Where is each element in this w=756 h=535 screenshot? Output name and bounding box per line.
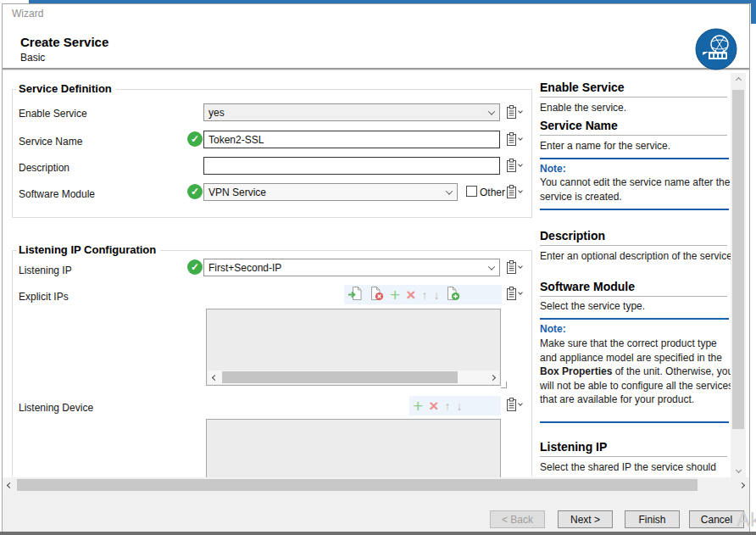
move-down-icon[interactable]: ↓ (456, 398, 462, 414)
check-glyph: ✓ (191, 186, 199, 198)
header-separator-shadow (3, 70, 749, 70)
enable-service-label: Enable Service (19, 108, 87, 120)
scroll-right-icon[interactable] (735, 477, 749, 493)
scrollbar-thumb[interactable] (222, 371, 458, 383)
valid-check-icon: ✓ (187, 131, 203, 147)
remove-entry-icon[interactable]: × (406, 287, 415, 303)
help-text: Enable the service. (540, 101, 737, 115)
enable-service-select[interactable]: yes (203, 103, 500, 121)
divider (540, 97, 727, 98)
help-heading-software-module: Software Module (540, 280, 635, 293)
help-heading-service-name: Service Name (540, 119, 618, 132)
move-down-icon[interactable]: ↓ (433, 287, 439, 303)
listening-ip-parameter-menu-icon[interactable] (506, 260, 522, 274)
finish-button[interactable]: Finish (625, 510, 680, 528)
help-text: Enter an optional description of the ser… (540, 249, 737, 264)
help-text: Select the service type. (540, 299, 737, 314)
description-parameter-menu-icon[interactable] (506, 159, 522, 172)
divider (540, 296, 727, 297)
scrollbar-thumb[interactable] (732, 90, 744, 429)
divider (540, 245, 727, 246)
service-name-label: Service Name (19, 136, 82, 148)
resize-grip[interactable] (501, 382, 507, 388)
chevron-down-icon[interactable] (442, 184, 457, 200)
software-module-value: VPN Service (208, 187, 442, 198)
chevron-down-icon[interactable] (484, 259, 499, 276)
note-text: You cannot edit the service name after t… (540, 176, 737, 203)
divider (540, 456, 727, 457)
add-entry-icon[interactable]: + (390, 287, 400, 303)
scrollbar-thumb[interactable] (17, 479, 698, 491)
listening-device-label: Listening Device (19, 402, 93, 414)
listening-device-list[interactable] (206, 419, 501, 477)
software-module-label: Software Module (19, 188, 95, 200)
help-text: Enter a name for the service. (540, 139, 737, 153)
service-name-input[interactable] (203, 131, 500, 148)
explicit-ips-list[interactable] (206, 309, 501, 386)
enable-service-value: yes (208, 107, 484, 119)
move-up-icon[interactable]: ↑ (444, 398, 450, 414)
explicit-ips-label: Explicit IPs (19, 291, 69, 303)
main-hscrollbar[interactable] (3, 477, 749, 493)
remove-entry-icon[interactable]: × (429, 398, 438, 414)
back-button[interactable]: < Back (490, 510, 545, 528)
enable-service-parameter-menu-icon[interactable] (506, 105, 522, 119)
window-border-bottom (0, 532, 756, 535)
note-text-bold: Box Properties (540, 365, 612, 377)
background-app-edge (751, 0, 756, 24)
divider (540, 135, 727, 136)
description-label: Description (19, 162, 69, 174)
delete-row-file-icon[interactable] (369, 286, 384, 304)
listening-device-toolbar: + × ↑ ↓ (409, 396, 501, 415)
window-border-top (3, 3, 750, 4)
help-heading-listening-ip: Listening IP (540, 440, 607, 454)
other-checkbox[interactable] (466, 186, 477, 197)
watermark-text: Ak (737, 508, 756, 532)
window-title: Wizard (12, 8, 43, 20)
group-listening-ip-title: Listening IP Configuration (17, 243, 160, 256)
help-heading-description: Description (540, 229, 605, 242)
help-vscrollbar[interactable] (731, 73, 746, 477)
check-glyph: ✓ (191, 133, 199, 145)
listening-ip-select[interactable]: First+Second-IP (203, 259, 500, 276)
page-title: Create Service (20, 35, 108, 49)
listening-device-parameter-menu-icon[interactable] (506, 398, 522, 411)
note-divider (540, 158, 729, 159)
valid-check-icon: ✓ (187, 184, 203, 199)
add-entry-icon[interactable]: + (413, 398, 423, 414)
service-name-parameter-menu-icon[interactable] (506, 132, 522, 146)
check-glyph: ✓ (191, 261, 199, 273)
explicit-ips-parameter-menu-icon[interactable] (506, 287, 522, 300)
scroll-right-icon[interactable] (486, 371, 499, 384)
barracuda-logo-icon (695, 28, 737, 70)
add-file-icon[interactable] (445, 286, 460, 304)
chevron-down-icon[interactable] (484, 104, 499, 120)
other-checkbox-label: Other (480, 187, 505, 198)
window-border-left (2, 3, 3, 532)
note-label: Note: (540, 163, 566, 175)
move-up-icon[interactable]: ↑ (421, 287, 427, 303)
note-divider (540, 209, 729, 210)
note-label: Note: (540, 323, 566, 335)
explicit-ips-toolbar: + × ↑ ↓ (344, 285, 502, 304)
scroll-left-icon[interactable] (3, 477, 17, 493)
note-divider (540, 318, 729, 320)
group-service-definition-title: Service Definition (17, 82, 116, 95)
page-subtitle: Basic (20, 52, 45, 64)
description-input[interactable] (203, 157, 500, 175)
next-button[interactable]: Next > (558, 510, 613, 528)
note-divider (540, 421, 729, 423)
software-module-parameter-menu-icon[interactable] (506, 185, 522, 198)
software-module-select[interactable]: VPN Service (203, 183, 458, 201)
scroll-left-icon[interactable] (208, 371, 221, 384)
listening-ip-value: First+Second-IP (208, 262, 484, 274)
help-text: Select the shared IP the service should … (540, 460, 737, 477)
listening-ip-label: Listening IP (19, 265, 72, 276)
window-border-right (749, 3, 750, 532)
scroll-down-icon[interactable] (731, 463, 746, 477)
explicit-ips-list-hscrollbar[interactable] (208, 371, 499, 384)
import-row-icon[interactable] (347, 286, 363, 304)
scroll-up-icon[interactable] (731, 73, 746, 87)
help-heading-enable-service: Enable Service (540, 81, 625, 94)
wizard-window: Wizard Create Service Basic Service Defi… (0, 0, 756, 535)
